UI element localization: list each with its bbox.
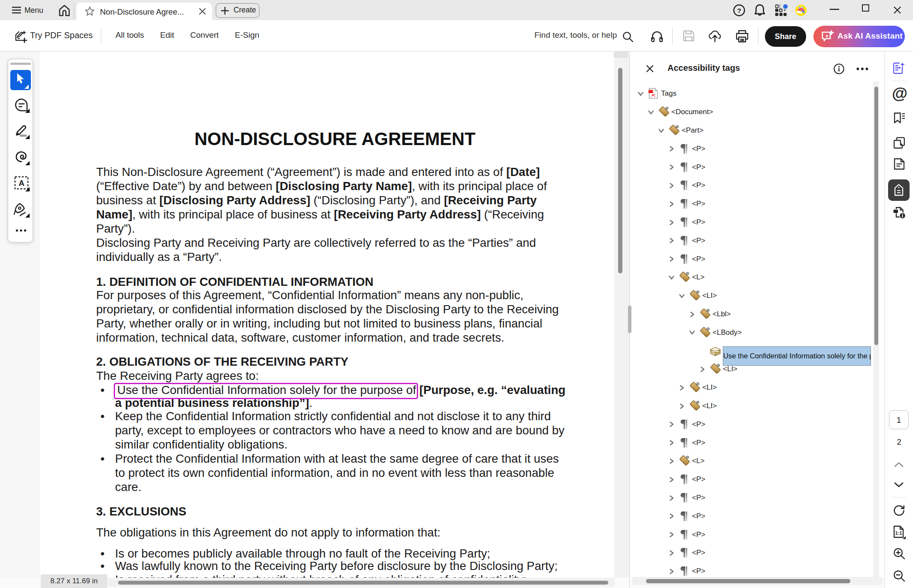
svg-text:1:1: 1:1 [895,530,902,536]
svg-text:A: A [18,179,24,188]
svg-text:?: ? [737,7,741,14]
